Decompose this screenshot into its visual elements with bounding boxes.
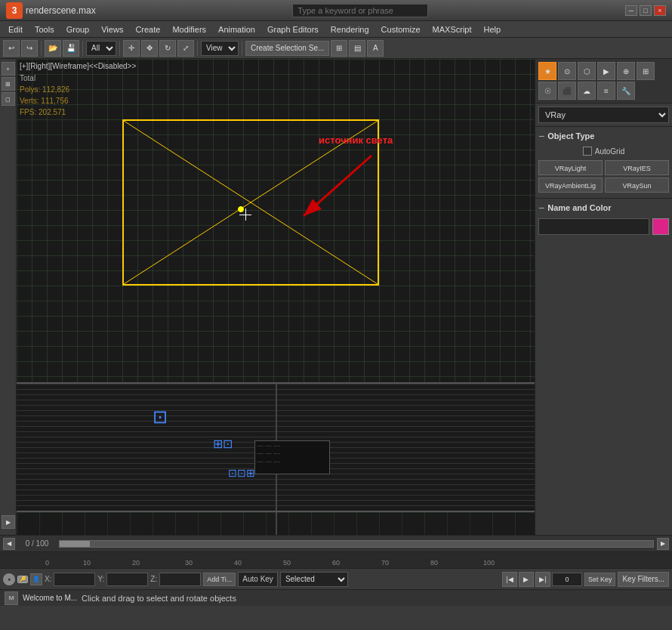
viewport-stats: Total Polys: 112,826 Verts: 111,756 FPS:… <box>20 73 69 118</box>
frame-ruler: 0 10 20 30 40 50 60 70 80 100 <box>0 551 672 568</box>
menu-tools[interactable]: Tools <box>29 23 60 36</box>
vraysun-button[interactable]: VRaySun <box>605 178 669 193</box>
maximize-button[interactable]: □ <box>640 5 652 16</box>
menu-create[interactable]: Create <box>130 23 165 36</box>
toolbar: ↩ ↪ 📂 💾 All ✛ ✥ ↻ ⤢ View Create Selectio… <box>0 38 672 59</box>
bottom-viewports[interactable]: ⊡ ⊞⊡ ⊡⊡⊞ ···· ···· ········ ···· ·······… <box>17 384 535 512</box>
left-tool-1[interactable]: + <box>2 62 15 76</box>
menu-edit[interactable]: Edit <box>3 23 28 36</box>
prev-frame-button[interactable]: |◀ <box>502 572 517 587</box>
scroll-thumb[interactable] <box>60 541 90 547</box>
y-label: Y: <box>97 575 104 583</box>
menu-help[interactable]: Help <box>479 23 507 36</box>
panel-icon-hex[interactable]: ⬡ <box>578 62 596 80</box>
vrayies-button[interactable]: VRayIES <box>605 160 669 175</box>
panel-icon-square[interactable]: ⬛ <box>558 82 576 100</box>
menu-modifiers[interactable]: Modifiers <box>167 23 211 36</box>
minimize-button[interactable]: ─ <box>625 5 637 16</box>
vraylight-button[interactable]: VRayLight <box>538 160 603 175</box>
scroll-track[interactable] <box>59 540 654 548</box>
z-input[interactable] <box>159 573 201 586</box>
welcome-icon: M <box>5 591 18 605</box>
light-buttons-row-2: VRayAmbientLig VRaySun <box>538 178 669 193</box>
menu-graph-editors[interactable]: Graph Editors <box>262 23 324 36</box>
color-row <box>538 218 669 235</box>
menu-maxscript[interactable]: MAXScript <box>427 23 477 36</box>
lower-viewport[interactable]: X Y <box>17 512 535 535</box>
extra-toolbar-btn-1[interactable]: ⊞ <box>331 40 347 57</box>
play-button[interactable]: ▶ <box>519 572 534 587</box>
bp-element-2: ⊞⊡ <box>213 437 233 451</box>
panel-icon-star[interactable]: ★ <box>538 62 556 80</box>
right-panel-icons: ★ ⊙ ⬡ ▶ ⊕ ⊞ ☉ ⬛ ☁ ≡ 🔧 <box>535 59 672 103</box>
panel-icon-sun[interactable]: ☉ <box>538 82 556 100</box>
menu-group[interactable]: Group <box>61 23 95 36</box>
close-button[interactable]: × <box>654 5 666 16</box>
left-tool-3[interactable]: ◻ <box>2 92 15 106</box>
origin-dot <box>238 206 244 212</box>
move-button[interactable]: ✥ <box>141 40 158 57</box>
menu-rendering[interactable]: Rendering <box>325 23 375 36</box>
panel-icon-circle[interactable]: ⊙ <box>558 62 576 80</box>
save-button[interactable]: 💾 <box>63 40 79 57</box>
y-input[interactable] <box>106 573 148 586</box>
add-time-button[interactable]: Add Ti... <box>203 573 236 586</box>
section-collapse-icon[interactable]: − <box>538 130 544 142</box>
ruler-tick-20: 20 <box>132 559 140 567</box>
search-input[interactable]: Tre @ keyword Or phrase <box>292 4 428 17</box>
create-selection-button[interactable]: Create Selection Se... <box>245 41 329 56</box>
panel-icon-lines[interactable]: ≡ <box>597 82 615 100</box>
panel-icon-cloud[interactable]: ☁ <box>578 82 596 100</box>
open-button[interactable]: 📂 <box>45 40 61 57</box>
x-input[interactable] <box>54 573 95 586</box>
name-input-box[interactable] <box>538 218 649 235</box>
set-key-button[interactable]: Set Key <box>584 573 616 586</box>
section-header: − Object Type <box>538 130 669 142</box>
app-icon: 3 <box>6 2 23 19</box>
person-icon-btn[interactable]: 👤 <box>30 573 42 585</box>
scroll-info: 0 / 100 <box>18 539 56 548</box>
scale-button[interactable]: ⤢ <box>177 40 194 57</box>
scroll-right-button[interactable]: ▶ <box>657 538 669 550</box>
anim-controls-right: |◀ ▶ ▶| 0 <box>502 572 582 587</box>
key-filters-button[interactable]: Key Filters... <box>618 572 669 587</box>
select-button[interactable]: ✛ <box>123 40 140 57</box>
bp-element-3: ⊡⊡⊞ <box>228 467 255 479</box>
menu-animation[interactable]: Animation <box>213 23 260 36</box>
left-tool-bottom[interactable]: ▶ <box>2 515 15 529</box>
auto-key-button[interactable]: Auto Key <box>238 572 278 587</box>
vray-dropdown[interactable]: VRay <box>538 107 669 123</box>
menu-views[interactable]: Views <box>96 23 128 36</box>
panel-icon-grid[interactable]: ⊞ <box>637 62 655 80</box>
panel-icon-plus[interactable]: ⊕ <box>617 62 635 80</box>
panel-icon-wrench[interactable]: 🔧 <box>617 82 635 100</box>
selected-dropdown[interactable]: Selected All None <box>280 572 348 587</box>
selection-filter-dropdown[interactable]: All <box>86 41 116 56</box>
vrayambient-button[interactable]: VRayAmbientLig <box>538 178 603 193</box>
title-text: renderscene.max <box>26 5 96 16</box>
ruler-tick-60: 60 <box>332 559 340 567</box>
redo-button[interactable]: ↪ <box>21 40 38 57</box>
extra-toolbar-btn-3[interactable]: A <box>367 40 384 57</box>
extra-toolbar-btn-2[interactable]: ▤ <box>349 40 365 57</box>
panel-icon-play[interactable]: ▶ <box>597 62 615 80</box>
svg-line-3 <box>304 156 371 216</box>
next-frame-button[interactable]: ▶| <box>535 572 550 587</box>
autogrid-checkbox[interactable] <box>583 147 592 156</box>
bottom-toolbar: ● 🔑 👤 X: Y: Z: Add Ti... Auto Key Select… <box>0 568 672 589</box>
ruler-tick-40: 40 <box>234 559 242 567</box>
menu-customize[interactable]: Customize <box>376 23 426 36</box>
color-swatch[interactable] <box>652 218 669 235</box>
frame-counter[interactable]: 0 <box>552 573 582 586</box>
view-dropdown[interactable]: View <box>201 41 239 56</box>
rotate-button[interactable]: ↻ <box>159 40 176 57</box>
toolbar-separator <box>41 41 42 56</box>
main-viewport[interactable]: [+][Right][Wireframe]<<Disabled>> Total … <box>17 59 535 384</box>
left-tool-2[interactable]: ⊞ <box>2 77 15 91</box>
name-section-collapse-icon[interactable]: − <box>538 202 544 214</box>
undo-button[interactable]: ↩ <box>3 40 20 57</box>
welcome-text: Welcome to M... <box>23 594 77 602</box>
status-bar: M Welcome to M... Click and drag to sele… <box>0 589 672 606</box>
z-label: Z: <box>150 575 157 583</box>
scroll-left-button[interactable]: ◀ <box>3 538 15 550</box>
